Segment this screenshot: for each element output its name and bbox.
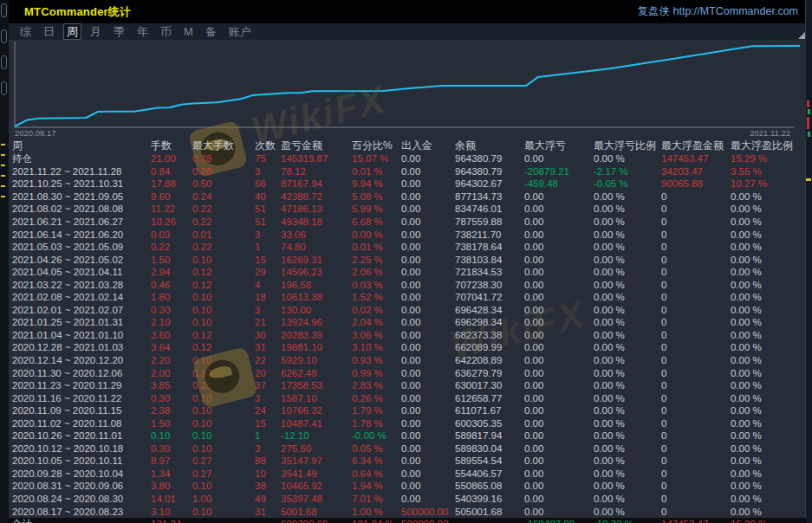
- column-header[interactable]: 周: [12, 139, 151, 153]
- table-cell: 0.00: [401, 368, 455, 378]
- table-cell: 3: [255, 443, 281, 454]
- row-total[interactable]: 合计131.24609700.66121.94 %500000.00-16948…: [9, 518, 805, 523]
- tab-9[interactable]: 备: [205, 24, 217, 39]
- table-cell: 0.28: [192, 166, 255, 177]
- table-cell: 0.00: [524, 418, 594, 429]
- column-header[interactable]: 余额: [455, 139, 524, 153]
- column-header[interactable]: 最大浮亏比例: [594, 139, 661, 153]
- table-row[interactable]: 2020.11.09 ~ 2020.11.152.380.102410766.3…: [9, 404, 805, 417]
- table-cell: 3: [255, 305, 281, 315]
- table-cell: 275.50: [281, 443, 352, 454]
- column-header[interactable]: 最大浮亏: [524, 139, 594, 153]
- table-cell: 持仓: [12, 152, 151, 165]
- table-row[interactable]: 2021.02.08 ~ 2021.02.141.800.101810613.3…: [9, 291, 805, 304]
- table-cell: 0.00: [401, 292, 455, 302]
- column-header[interactable]: 盈亏金额: [281, 139, 352, 153]
- table-row[interactable]: 2021.08.30 ~ 2021.09.059.600.244042388.7…: [9, 190, 805, 203]
- table-row[interactable]: 2020.10.12 ~ 2020.10.180.300.103275.500.…: [9, 442, 805, 455]
- tab-8[interactable]: M: [184, 24, 193, 39]
- table-cell: 2020.08.31 ~ 2020.09.06: [12, 481, 151, 491]
- table-cell: 0.22: [192, 216, 255, 227]
- table-row[interactable]: 2021.10.25 ~ 2021.10.3117.880.506687167.…: [9, 178, 805, 190]
- table-cell: 40: [255, 191, 281, 202]
- brand-link[interactable]: 复盘侠 http://MTCommander.com: [638, 4, 798, 19]
- table-row[interactable]: 2021.06.14 ~ 2021.06.200.030.01333.060.0…: [9, 228, 805, 241]
- table-cell: 0.00: [401, 317, 455, 327]
- table-cell: 2021.08.30 ~ 2021.09.05: [12, 191, 151, 202]
- table-cell: 2021.06.21 ~ 2021.06.27: [12, 216, 151, 227]
- table-row[interactable]: 2020.08.24 ~ 2020.08.3014.011.004935397.…: [9, 493, 805, 506]
- table-row[interactable]: 2021.03.22 ~ 2021.03.280.460.124196.580.…: [9, 278, 805, 291]
- table-cell: 0.00 %: [594, 393, 661, 404]
- background-chart-right-sliver: [806, 0, 812, 523]
- column-header[interactable]: 百分比%: [352, 139, 401, 153]
- table-row[interactable]: 2021.01.25 ~ 2021.01.312.100.102113924.9…: [9, 316, 805, 329]
- table-cell: 0.00: [524, 443, 594, 454]
- table-cell: 834746.01: [455, 203, 524, 214]
- table-row[interactable]: 2020.12.28 ~ 2021.01.033.640.123119881.1…: [9, 341, 805, 354]
- table-cell: 1: [255, 242, 281, 252]
- column-header[interactable]: 最大浮盈比例: [731, 139, 805, 153]
- table-row[interactable]: 2021.06.21 ~ 2021.06.2710.260.225149348.…: [9, 216, 805, 229]
- table-cell: 0.00 %: [594, 368, 661, 378]
- column-header[interactable]: 次数: [255, 139, 281, 153]
- table-row[interactable]: 2020.10.05 ~ 2020.10.118.970.278835147.9…: [9, 455, 805, 468]
- table-cell: 0.00 %: [731, 305, 805, 315]
- table-cell: 87167.94: [281, 178, 352, 189]
- table-row[interactable]: 2021.01.04 ~ 2021.01.103.600.123020283.3…: [9, 329, 805, 342]
- table-cell: 2020.11.16 ~ 2020.11.22: [12, 393, 151, 404]
- tab-3[interactable]: 周: [63, 23, 81, 40]
- table-cell: 0.00 %: [731, 317, 805, 327]
- column-header[interactable]: 手数: [151, 139, 192, 153]
- table-row[interactable]: 2020.09.28 ~ 2020.10.041.340.27103541.49…: [9, 468, 805, 481]
- table-cell: 0.00 %: [731, 455, 805, 466]
- table-row[interactable]: 2020.11.02 ~ 2020.11.081.500.101510487.4…: [9, 416, 805, 429]
- table-cell: 1587.10: [281, 393, 352, 404]
- equity-chart[interactable]: WikiFX 2020.08.17 2021.11.22: [9, 40, 806, 139]
- column-header[interactable]: 最大浮盈金额: [661, 139, 731, 153]
- table-row[interactable]: 2021.04.05 ~ 2021.04.112.940.122914596.2…: [9, 266, 805, 279]
- table-cell: 3.10 %: [352, 342, 401, 352]
- row-open-positions[interactable]: 持仓21.000.2875145319.8715.07 %0.00964380.…: [9, 152, 805, 165]
- table-row[interactable]: 2021.05.03 ~ 2021.05.090.220.22174.800.0…: [9, 241, 805, 254]
- table-row[interactable]: 2020.10.26 ~ 2020.11.010.100.101-12.10-0…: [9, 429, 805, 442]
- table-row[interactable]: 2020.12.14 ~ 2020.12.202.200.10225929.10…: [9, 354, 805, 367]
- tab-10[interactable]: 账户: [229, 24, 251, 39]
- tab-6[interactable]: 年: [137, 24, 148, 39]
- table-row[interactable]: 2021.04.26 ~ 2021.05.021.500.101516269.3…: [9, 253, 805, 266]
- tab-4[interactable]: 月: [90, 24, 101, 39]
- table-cell: 0.00: [401, 229, 455, 240]
- table-row[interactable]: 2020.08.17 ~ 2020.08.233.100.10315001.68…: [9, 505, 805, 518]
- table-row[interactable]: 2021.11.22 ~ 2021.11.280.840.28378.120.0…: [9, 165, 805, 178]
- table-cell: 0.00: [401, 255, 455, 265]
- stats-window: MTCommander统计 复盘侠 http://MTCommander.com…: [9, 0, 806, 519]
- tab-7[interactable]: 币: [160, 24, 172, 39]
- table-cell: 2.00: [151, 368, 192, 378]
- table-row[interactable]: 2020.08.31 ~ 2020.09.063.800.103810465.9…: [9, 480, 805, 493]
- table-cell: 7.01 %: [352, 494, 401, 504]
- table-cell: 0.12: [192, 330, 255, 340]
- resize-grip-icon[interactable]: [798, 32, 805, 39]
- table-cell: 0: [661, 355, 731, 365]
- tab-1[interactable]: 综: [20, 24, 31, 39]
- table-cell: 0.30: [151, 443, 192, 454]
- table-cell: 0.00 %: [594, 203, 661, 214]
- table-row[interactable]: 2020.11.30 ~ 2020.12.062.000.10206262.49…: [9, 366, 805, 379]
- column-header[interactable]: 出入金: [401, 139, 455, 153]
- table-cell: 75: [255, 153, 281, 164]
- table-row[interactable]: 2021.08.02 ~ 2021.08.0811.220.225147186.…: [9, 203, 805, 216]
- table-cell: 0.03: [151, 229, 192, 240]
- table-cell: 35147.97: [281, 455, 352, 466]
- column-header[interactable]: 最大手数: [192, 139, 255, 153]
- table-cell: 0.22: [151, 242, 192, 252]
- table-cell: 51: [255, 203, 281, 214]
- table-row[interactable]: 2021.02.01 ~ 2021.02.070.300.103130.000.…: [9, 304, 805, 317]
- table-cell: 0.93 %: [352, 355, 401, 365]
- table-cell: 0.00: [401, 178, 455, 189]
- table-cell: 0.00 %: [594, 443, 661, 454]
- table-row[interactable]: 2020.11.16 ~ 2020.11.220.300.1031587.100…: [9, 391, 805, 404]
- tab-2[interactable]: 日: [43, 24, 55, 39]
- table-cell: 0.00: [524, 203, 594, 214]
- table-row[interactable]: 2020.11.23 ~ 2020.11.293.850.253717358.5…: [9, 379, 805, 392]
- tab-5[interactable]: 季: [114, 24, 125, 39]
